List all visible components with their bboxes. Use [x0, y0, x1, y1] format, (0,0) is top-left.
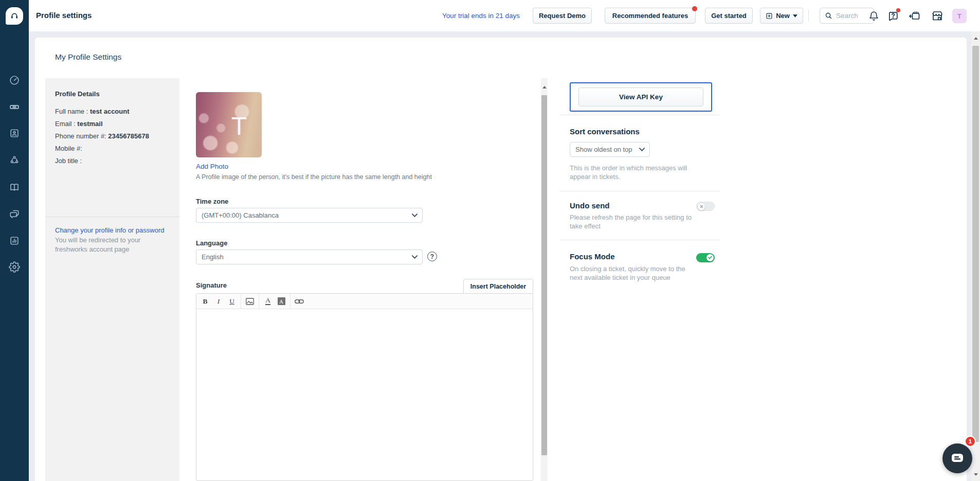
scroll-up-arrow-icon[interactable] — [972, 34, 979, 42]
content-scrollbar[interactable] — [541, 78, 548, 481]
timezone-select[interactable]: (GMT+00:00) Casablanca — [196, 208, 423, 223]
contact-card-icon — [9, 128, 20, 139]
search-placeholder: Search — [836, 12, 858, 20]
customers-network-icon — [9, 154, 20, 166]
signature-editor: B I U A A — [196, 293, 533, 481]
focus-mode-toggle[interactable] — [696, 253, 715, 262]
insert-link-button[interactable] — [293, 295, 306, 308]
language-select[interactable]: English — [196, 250, 423, 264]
language-label: Language — [196, 239, 227, 247]
font-color-icon: A — [265, 297, 270, 305]
profile-photo-initial: T — [232, 113, 246, 140]
freshdesk-logo[interactable] — [0, 0, 29, 31]
sidebar-item-dashboard[interactable] — [9, 75, 20, 86]
book-icon — [9, 182, 20, 193]
freshdesk-logo-icon — [6, 7, 23, 25]
sort-conversations-heading: Sort conversations — [570, 127, 640, 136]
bell-icon — [868, 11, 879, 22]
plus-square-icon — [766, 12, 773, 20]
profile-field-email: Email : testmail — [55, 118, 171, 130]
help-button[interactable] — [885, 8, 901, 24]
sidebar-item-forums[interactable] — [9, 208, 20, 219]
profile-field-jobtitle: Job title : — [55, 155, 171, 167]
search-icon — [825, 12, 832, 20]
image-icon — [246, 298, 254, 305]
analytics-icon — [9, 235, 20, 246]
chevron-down-icon — [793, 14, 797, 17]
profile-field-fullname: Full name : test account — [55, 105, 171, 118]
chevron-down-icon — [412, 255, 418, 259]
new-button-label: New — [776, 12, 790, 20]
notifications-button[interactable] — [866, 8, 881, 24]
sidebar-item-analytics[interactable] — [9, 235, 20, 246]
page-title: My Profile Settings — [55, 52, 121, 62]
view-api-key-button[interactable]: View API Key — [578, 87, 703, 106]
sidebar-item-tickets[interactable] — [9, 101, 20, 113]
toolbar-group-image — [241, 294, 259, 309]
language-help-icon[interactable]: ? — [427, 252, 437, 261]
signature-label: Signature — [196, 281, 227, 289]
undo-send-toggle[interactable] — [696, 202, 715, 211]
underline-button[interactable]: U — [225, 295, 239, 308]
panel-divider — [45, 217, 179, 217]
explore-plans-button[interactable] — [907, 8, 922, 24]
get-started-button[interactable]: Get started — [705, 8, 753, 24]
language-value: English — [202, 253, 224, 261]
left-sidebar — [0, 31, 29, 481]
section-divider — [559, 191, 720, 191]
profile-field-mobile: Mobile #: — [55, 142, 171, 155]
chat-bubble-icon — [951, 453, 964, 464]
main-card: My Profile Settings Profile Details Full… — [35, 38, 967, 481]
trial-countdown-link[interactable]: Your trial ends in 21 days — [442, 12, 524, 20]
profile-field-phone: Phone number #: 23456785678 — [55, 130, 171, 142]
toggle-knob — [698, 203, 705, 210]
section-divider — [559, 240, 720, 240]
header-divider — [808, 10, 809, 22]
undo-send-hint: Please refresh the page for this setting… — [570, 213, 699, 230]
timezone-label: Time zone — [196, 198, 228, 205]
insert-image-button[interactable] — [243, 295, 257, 308]
sort-conversations-select[interactable]: Show oldest on top — [570, 142, 650, 157]
signature-toolbar: B I U A A — [196, 294, 533, 309]
recommended-features-label: Recommended features — [612, 12, 688, 20]
plans-stack-icon — [909, 10, 921, 22]
chevron-down-icon — [639, 148, 645, 151]
sidebar-item-admin[interactable] — [9, 261, 20, 273]
add-photo-link[interactable]: Add Photo — [196, 163, 228, 170]
chevron-down-icon — [412, 213, 418, 217]
page-scrollbar-thumb[interactable] — [972, 46, 979, 442]
view-api-key-focus-ring: View API Key — [570, 82, 712, 112]
chat-unread-badge: 1 — [965, 436, 976, 447]
content-scrollbar-thumb[interactable] — [541, 95, 547, 455]
italic-button[interactable]: I — [212, 295, 225, 308]
marketplace-button[interactable] — [930, 8, 945, 24]
highlight-color-icon: A — [278, 297, 285, 305]
highlight-color-button[interactable]: A — [275, 295, 288, 308]
timezone-value: (GMT+00:00) Casablanca — [202, 211, 279, 219]
scroll-down-arrow-icon[interactable] — [972, 471, 979, 478]
chat-widget-button[interactable] — [942, 443, 972, 473]
signature-body[interactable] — [196, 309, 533, 481]
insert-placeholder-button[interactable]: Insert Placeholder — [463, 279, 533, 294]
profile-details-heading: Profile Details — [55, 90, 100, 98]
user-avatar[interactable]: T — [952, 9, 967, 23]
request-demo-button[interactable]: Request Demo — [533, 8, 592, 24]
toolbar-group-link — [291, 294, 308, 309]
page-scrollbar[interactable] — [971, 31, 980, 481]
toggle-knob — [706, 254, 714, 261]
ticket-icon — [9, 101, 20, 113]
font-color-button[interactable]: A — [261, 295, 275, 308]
sort-conversations-hint: This is the order in which messages will… — [570, 164, 693, 181]
change-profile-link[interactable]: Change your profile info or password — [55, 226, 168, 235]
scroll-up-arrow-icon[interactable] — [541, 83, 548, 91]
sidebar-item-customers[interactable] — [9, 154, 20, 166]
new-dropdown-button[interactable]: New — [760, 8, 803, 24]
change-profile-note: You will be redirected to your freshwork… — [55, 236, 145, 254]
sidebar-item-solutions[interactable] — [9, 182, 20, 193]
recommended-features-button[interactable]: Recommended features — [605, 8, 696, 24]
page-header-title: Profile settings — [36, 11, 92, 20]
sidebar-item-contacts[interactable] — [9, 128, 20, 139]
bold-button[interactable]: B — [198, 295, 212, 308]
toolbar-group-text: B I U — [196, 294, 241, 309]
profile-photo[interactable]: T — [196, 92, 262, 157]
